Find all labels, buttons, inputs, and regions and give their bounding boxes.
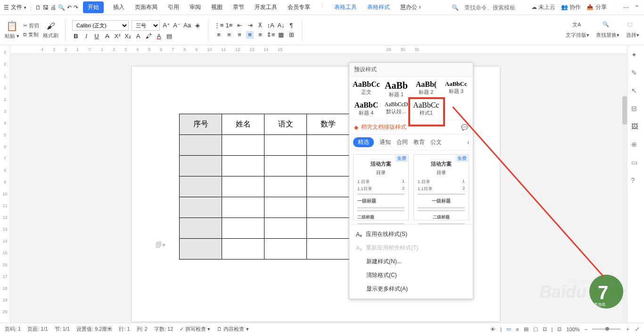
tab-section[interactable]: 章节 — [232, 1, 245, 13]
sidebar-cursor-icon[interactable]: ↖ — [631, 87, 641, 96]
view-eye-icon[interactable]: 👁 — [490, 327, 495, 332]
table-row[interactable] — [180, 239, 349, 260]
filter-featured[interactable]: 精选 — [353, 137, 374, 147]
indent-icon[interactable]: ⇥ — [246, 22, 254, 29]
collapse-icon[interactable]: ⌃ — [635, 4, 639, 11]
document-table[interactable]: 序号姓名语文数学 — [179, 114, 349, 260]
sidebar-present-icon[interactable]: ▭ — [631, 159, 641, 168]
sidebar-globe-icon[interactable]: ⊕ — [631, 141, 641, 150]
sidebar-pen-icon[interactable]: ✎ — [631, 69, 641, 78]
strike-icon[interactable]: A̶ — [103, 33, 111, 40]
view-focus-icon[interactable]: ⊡ — [543, 326, 547, 332]
zoom-in-icon[interactable]: ＋ — [625, 326, 630, 333]
bullets-icon[interactable]: ⋮≡ — [215, 22, 223, 29]
subscript-icon[interactable]: X₂ — [124, 33, 132, 40]
print-icon[interactable]: 🖨 — [50, 4, 56, 11]
tab-tablestyle[interactable]: 表格样式 — [366, 1, 391, 13]
superscript-icon[interactable]: X² — [114, 33, 121, 40]
align-left-icon[interactable]: ≡ — [215, 31, 223, 39]
tab-reference[interactable]: 引用 — [167, 1, 180, 13]
tab-view[interactable]: 视图 — [210, 1, 223, 13]
paste-button[interactable]: 粘贴▾ — [5, 33, 19, 40]
select-button[interactable]: ⬚ 选择▾ — [626, 21, 639, 39]
tab-tabletool[interactable]: 表格工具 — [333, 1, 358, 13]
find-button[interactable]: 🔍 查找替换▾ — [596, 21, 619, 39]
table-row[interactable] — [180, 197, 349, 218]
zoom-value[interactable]: 100% — [566, 327, 579, 332]
scroll-thumb[interactable] — [622, 96, 627, 125]
table-header-4[interactable]: 数学 — [307, 114, 349, 135]
save-icon[interactable]: 🖫 — [43, 4, 49, 11]
filter-notice[interactable]: 通知 — [380, 138, 391, 146]
paste-icon[interactable]: 📋 — [6, 20, 18, 32]
grow-font-icon[interactable]: A⁺ — [163, 22, 170, 29]
menu-new-style[interactable]: 新建样式(N)... — [349, 255, 473, 268]
zoom-fit-icon[interactable]: ⊡ — [557, 326, 561, 332]
sidebar-assistant-icon[interactable]: ✦ — [631, 51, 641, 60]
share-button[interactable]: 📤 分享 — [586, 3, 606, 11]
status-pageno[interactable]: 页码: 1 — [5, 326, 21, 333]
table-header-3[interactable]: 语文 — [264, 114, 307, 135]
search-input[interactable] — [464, 4, 526, 11]
menu-hamburger-icon[interactable]: ☰ — [4, 4, 9, 11]
template-card-1[interactable]: 免费 活动方案目录 1.目录1 1.1目录2 一级标题 二级标题 — [353, 154, 409, 220]
template-card-2[interactable]: 免费 活动方案目录 1.目录1 1.1目录2 一级标题 二级标题 — [413, 154, 469, 220]
style-style1[interactable]: AaBbCc样式1 — [411, 100, 441, 118]
tab-pagelayout[interactable]: 页面布局 — [134, 1, 158, 13]
page-settings-icon[interactable]: 🗐▾ — [156, 241, 165, 249]
sort-icon[interactable]: A↓ — [277, 22, 285, 29]
tab-dev[interactable]: 开发工具 — [254, 1, 278, 13]
zoom-slider[interactable] — [592, 328, 620, 330]
more-icon[interactable]: ⋯ — [623, 4, 629, 11]
view-web-icon[interactable]: ▤ — [524, 326, 528, 332]
shading-icon[interactable]: ▦ — [277, 31, 285, 39]
status-spell[interactable]: ✓ 拼写检查 ▾ — [180, 326, 210, 333]
table-header-1[interactable]: 序号 — [180, 114, 222, 135]
bold-icon[interactable]: B — [72, 33, 80, 40]
menu-clear-format[interactable]: 清除格式(C) — [349, 268, 473, 282]
shrink-font-icon[interactable]: A⁻ — [173, 22, 181, 29]
table-row[interactable] — [180, 176, 349, 197]
background-icon[interactable]: ▤ — [165, 33, 173, 40]
vertical-ruler[interactable]: 3211234567891011121314151617181920 — [0, 45, 10, 323]
numbering-icon[interactable]: 1≡ — [225, 22, 233, 29]
style-normal[interactable]: AaBbCc正文 — [351, 79, 381, 100]
menu-apply-online[interactable]: Aᵩ应用在线样式(S) — [349, 227, 473, 241]
filter-gov[interactable]: 公文 — [430, 138, 442, 146]
menu-show-more[interactable]: 显示更多样式(A) — [349, 282, 473, 296]
table-row[interactable] — [180, 218, 349, 239]
font-select[interactable]: Calibri (正文) — [72, 20, 129, 31]
underline-icon[interactable]: U — [93, 33, 100, 40]
doke-styles-row[interactable]: ◆ 稻壳文档排版样式 💬 — [349, 120, 473, 134]
status-page[interactable]: 页面: 1/1 — [27, 326, 48, 333]
filter-contract[interactable]: 合同 — [396, 138, 408, 146]
align-justify-icon[interactable]: ≡ — [246, 31, 254, 39]
case-icon[interactable]: Aa — [183, 22, 191, 29]
table-row[interactable] — [180, 156, 349, 176]
copy-button[interactable]: ⧉ 复制 — [23, 31, 39, 38]
tab-insert[interactable]: 插入 — [112, 1, 125, 13]
size-select[interactable]: 三号 — [132, 20, 160, 31]
clear-format-icon[interactable]: ◈ — [194, 22, 201, 29]
tab-start[interactable]: 开始 — [83, 1, 104, 13]
tab-review[interactable]: 审阅 — [189, 1, 202, 13]
format-painter-icon[interactable]: 🖌 — [47, 21, 55, 31]
font-effect-icon[interactable]: A — [134, 33, 142, 40]
filter-more-icon[interactable]: › — [467, 139, 469, 146]
table-row[interactable] — [180, 135, 349, 156]
style-heading4[interactable]: AaBbC标题 4 — [351, 100, 381, 118]
status-content[interactable]: 🗒 内容检查 ▾ — [217, 326, 248, 333]
style-default[interactable]: AaBbCcD默认段... — [381, 100, 411, 118]
tab-huiban[interactable]: 慧办公 › — [399, 1, 421, 13]
status-words[interactable]: 字数: 12 — [154, 326, 173, 333]
zoom-out-icon[interactable]: − — [585, 327, 587, 332]
style-heading3[interactable]: AaBbCc标题 3 — [441, 79, 471, 100]
horizontal-ruler[interactable]: 4321▽123456789101112131415293031 — [10, 45, 627, 54]
sidebar-image-icon[interactable]: 🖼 — [631, 123, 641, 132]
view-outline-icon[interactable]: ≡ — [516, 327, 519, 332]
typeset-button[interactable]: 文A 文字排版▾ — [566, 21, 589, 39]
marks-icon[interactable]: ¶ — [288, 22, 295, 29]
status-section[interactable]: 节: 1/1 — [55, 326, 70, 333]
outdent-icon[interactable]: ⇤ — [236, 22, 243, 29]
highlight-icon[interactable]: 🖍 — [145, 33, 152, 40]
